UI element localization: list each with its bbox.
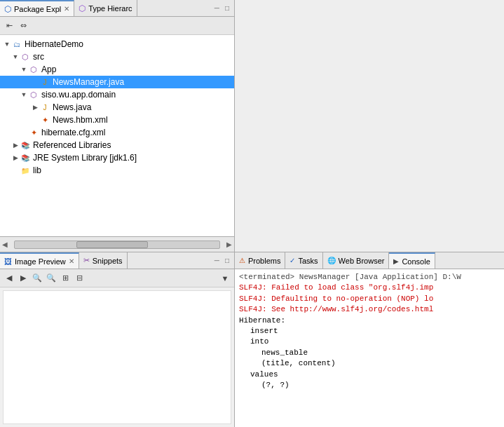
tree-item[interactable]: 📁 lib: [0, 164, 234, 177]
editor-area: [235, 0, 504, 252]
snip-icon: ✂: [83, 256, 90, 265]
tab-img-label: Image Preview: [15, 257, 66, 266]
expand-icon[interactable]: ▼: [20, 66, 28, 73]
expand-icon[interactable]: ▼: [3, 41, 11, 48]
right-panel: [235, 0, 504, 252]
collapse-all-btn[interactable]: ⇤: [3, 20, 15, 32]
minimize-btn[interactable]: ─: [212, 4, 222, 13]
console-line: news_table: [239, 348, 500, 358]
console-line: (title, content): [239, 358, 500, 369]
expand-icon[interactable]: ▼: [11, 53, 20, 60]
tab-console[interactable]: ▶ Console: [389, 252, 435, 269]
tree-item[interactable]: ▶ 📚 JRE System Library [jdk1.6]: [0, 151, 234, 164]
tab-problems[interactable]: ⚠ Problems: [235, 252, 285, 269]
left-toolbar: ⇤ ⇔: [0, 17, 234, 35]
grid-btn[interactable]: ⊟: [73, 272, 86, 285]
tree-item[interactable]: ▼ ⬡ siso.wu.app.domain: [0, 88, 234, 101]
link-editor-btn[interactable]: ⇔: [17, 20, 29, 32]
tree-item[interactable]: J NewsManager.java: [0, 76, 234, 88]
image-preview-area: [3, 290, 231, 424]
jre-icon: 📚: [20, 152, 31, 163]
bottom-area: 🖼 Image Preview ✕ ✂ Snippets ─ □ ◀ ▶ 🔍: [0, 252, 504, 427]
maximize-bottom-btn[interactable]: □: [223, 256, 231, 265]
console-line: values: [239, 370, 500, 380]
folder-icon: 📁: [20, 165, 31, 176]
tab-controls: ─ □: [210, 256, 234, 265]
expand-icon[interactable]: ▶: [31, 104, 39, 111]
zoom-in-btn[interactable]: 🔍: [31, 272, 43, 285]
left-panel: ⬡ Package Expl ✕ ⬡ Type Hierarc ─ □ ⇤ ⇔: [0, 0, 235, 252]
tree-label: News.java: [53, 102, 91, 112]
tree-item[interactable]: ▼ ⬡ src: [0, 50, 234, 63]
bottom-toolbar: ◀ ▶ 🔍 🔍 ⊞ ⊟ ▼: [0, 269, 234, 287]
scroll-right-btn[interactable]: ▶: [224, 240, 234, 248]
prob-icon: ⚠: [239, 257, 245, 264]
tree-label: lib: [33, 165, 41, 175]
tab-pkg-close[interactable]: ✕: [64, 5, 69, 13]
bottom-left-panel: 🖼 Image Preview ✕ ✂ Snippets ─ □ ◀ ▶ 🔍: [0, 252, 235, 427]
tab-type-label: Type Hierarc: [88, 4, 132, 13]
tree-item[interactable]: ▶ J News.java: [0, 101, 234, 114]
con-icon: ▶: [393, 257, 399, 265]
console-line: insert: [239, 326, 500, 337]
tree-label: src: [33, 52, 44, 62]
console-line: SLF4J: Failed to load class "org.slf4j.i…: [239, 283, 500, 293]
tree-item[interactable]: ▼ 🗂 HibernateDemo: [0, 38, 234, 50]
tree-item[interactable]: ✦ News.hbm.xml: [0, 114, 234, 126]
top-area: ⬡ Package Expl ✕ ⬡ Type Hierarc ─ □ ⇤ ⇔: [0, 0, 504, 252]
tab-tasks[interactable]: ✓ Tasks: [285, 252, 322, 269]
tab-problems-label: Problems: [248, 257, 280, 265]
minimize-bottom-btn[interactable]: ─: [212, 256, 222, 265]
expand-icon[interactable]: ▶: [11, 154, 20, 161]
h-scroll-thumb[interactable]: [76, 241, 148, 248]
tab-type-hierarchy[interactable]: ⬡ Type Hierarc: [74, 0, 137, 16]
tree-item[interactable]: ▶ 📚 Referenced Libraries: [0, 139, 234, 151]
tree-item[interactable]: ▼ ⬡ App: [0, 63, 234, 76]
tab-controls: ─ □: [210, 4, 234, 13]
forward-btn[interactable]: ▶: [17, 272, 29, 285]
bottom-tab-bar: 🖼 Image Preview ✕ ✂ Snippets ─ □: [0, 252, 234, 269]
tree-label: News.hbm.xml: [53, 115, 108, 125]
dropdown-btn[interactable]: ▼: [219, 272, 231, 285]
tree-label: hibernate.cfg.xml: [41, 128, 105, 137]
expand-icon[interactable]: ▼: [20, 91, 28, 98]
console-line: into: [239, 337, 500, 347]
tree-item[interactable]: ✦ hibernate.cfg.xml: [0, 126, 234, 139]
zoom-out-btn[interactable]: 🔍: [45, 272, 57, 285]
task-icon: ✓: [290, 257, 295, 264]
tree-area: ▼ 🗂 HibernateDemo ▼ ⬡ src ▼ ⬡ App: [0, 35, 234, 236]
fit-btn[interactable]: ⊞: [59, 272, 71, 285]
bottom-right-panel: ⚠ Problems ✓ Tasks 🌐 Web Browser ▶ Conso…: [235, 252, 504, 427]
h-scroll-track[interactable]: [14, 240, 220, 249]
console-line: SLF4J: Defaulting to no-operation (NOP) …: [239, 294, 500, 304]
ide-container: ⬡ Package Expl ✕ ⬡ Type Hierarc ─ □ ⇤ ⇔: [0, 0, 504, 427]
type-icon: ⬡: [79, 4, 86, 13]
console-line: Hibernate:: [239, 316, 500, 326]
tab-image-preview[interactable]: 🖼 Image Preview ✕: [0, 252, 79, 269]
console-tab-bar: ⚠ Problems ✓ Tasks 🌐 Web Browser ▶ Conso…: [235, 252, 504, 269]
maximize-btn[interactable]: □: [223, 4, 231, 13]
tab-tasks-label: Tasks: [298, 257, 318, 265]
scroll-left-btn[interactable]: ◀: [0, 240, 10, 248]
src-icon: ⬡: [20, 51, 31, 62]
tab-snip-label: Snippets: [93, 257, 123, 265]
expand-icon[interactable]: ▶: [11, 142, 20, 149]
back-btn[interactable]: ◀: [3, 272, 15, 285]
lib-icon: 📚: [20, 140, 31, 151]
java-file-icon: J: [39, 102, 50, 113]
tab-package-explorer[interactable]: ⬡ Package Expl ✕: [0, 0, 74, 16]
tree-label: App: [41, 65, 56, 74]
pkg-icon: ⬡: [4, 4, 11, 14]
left-tab-bar: ⬡ Package Expl ✕ ⬡ Type Hierarc ─ □: [0, 0, 234, 17]
package-icon: ⬡: [28, 64, 39, 75]
console-line: SLF4J: See http://www.slf4j.org/codes.ht…: [239, 304, 500, 315]
xml-file-icon: ✦: [39, 114, 50, 126]
tab-snippets[interactable]: ✂ Snippets: [79, 252, 128, 269]
img-icon: 🖼: [4, 257, 12, 266]
tab-web-browser[interactable]: 🌐 Web Browser: [323, 252, 390, 269]
tab-img-close[interactable]: ✕: [69, 257, 74, 265]
left-scrollbar: ◀ ▶: [0, 236, 234, 252]
tree-label: NewsManager.java: [53, 77, 124, 87]
tab-web-label: Web Browser: [339, 257, 385, 265]
tree-label: siso.wu.app.domain: [41, 90, 116, 100]
